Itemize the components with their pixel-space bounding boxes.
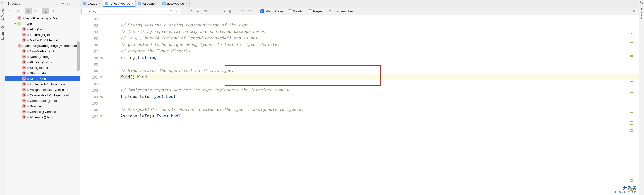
tree-item[interactable]: ▼ I Type — [6, 21, 80, 26]
select-all-occurrences-button[interactable] — [228, 8, 234, 14]
find-input[interactable] — [88, 10, 168, 13]
line-number: 92 — [80, 16, 105, 22]
structure-header: Structure — — [6, 0, 80, 7]
editor-tab[interactable]: G gob/type.go × — [160, 0, 189, 7]
implements-marker-icon[interactable] — [100, 56, 104, 60]
svg-rect-11 — [22, 46, 24, 46]
fold-toggle[interactable]: − — [106, 22, 109, 28]
tree-item[interactable]: M Name() string — [6, 54, 80, 60]
fold-toggle[interactable] — [106, 68, 109, 74]
settings-button[interactable] — [66, 1, 72, 6]
add-selection-button[interactable] — [214, 8, 220, 14]
tree-item[interactable]: M MethodByName(string) (Method, bool) — [6, 43, 80, 48]
lock-icon — [26, 61, 30, 64]
hide-button[interactable]: — — [72, 1, 78, 6]
tree-item[interactable]: M PkgPath() string — [6, 60, 80, 65]
tree-item[interactable]: M Implements(u Type) bool — [6, 82, 80, 87]
prev-match-button[interactable] — [188, 8, 194, 14]
folder-button[interactable] — [32, 8, 39, 14]
tree-item[interactable]: M Size() uintptr — [6, 65, 80, 70]
tree-item[interactable]: M ChanDir() ChanDir — [6, 109, 80, 114]
node-kind-icon: M — [22, 82, 26, 86]
sort-alpha-down-button[interactable]: az — [7, 8, 14, 14]
separator — [236, 9, 237, 14]
clear-search-button[interactable]: × — [173, 8, 180, 14]
tree-item[interactable]: M Method(int) Method — [6, 38, 80, 43]
line-number: 102 — [80, 81, 105, 87]
tree-item[interactable]: M FieldAlign() int — [6, 32, 80, 38]
left-tab-project[interactable]: 1: Project — [1, 7, 5, 22]
close-find-bar-button[interactable]: × — [630, 8, 637, 14]
show-private-button[interactable] — [25, 8, 32, 14]
structure-title: Structure — [8, 2, 54, 6]
code-line: Kind() Kind — [120, 74, 638, 80]
fold-toggle[interactable] — [106, 106, 109, 113]
fold-toggle[interactable] — [106, 74, 109, 80]
separator — [23, 9, 23, 14]
history-button[interactable] — [168, 8, 173, 14]
help-button[interactable]: ? — [327, 8, 333, 14]
tree-item[interactable]: M IsVariadic() bool — [6, 114, 80, 120]
tree-item[interactable]: M ConvertibleTo(u Type) bool — [6, 92, 80, 98]
regex-checkbox[interactable]: Regex — [308, 10, 322, 13]
autoscroll-to-source-button[interactable] — [42, 8, 50, 14]
implements-marker-icon[interactable] — [100, 95, 104, 99]
close-tab-button[interactable]: × — [156, 2, 158, 6]
scrollbar-thumb[interactable] — [77, 41, 80, 71]
remove-selection-button[interactable] — [220, 8, 227, 14]
tree-item[interactable]: M Comparable() bool — [6, 98, 80, 103]
editor-tab[interactable]: G reflect/type.go × — [103, 0, 136, 7]
tree-item[interactable]: M Bits() int — [6, 103, 80, 109]
code-line: // Implements reports whether the type i… — [120, 87, 638, 94]
fold-toggle[interactable] — [106, 48, 109, 54]
tree-item-label: Comparable() bool — [30, 99, 57, 102]
close-tab-button[interactable]: × — [132, 2, 134, 6]
match-count: 70 matches — [337, 10, 354, 13]
overview-ruler[interactable]: ✓ — [629, 32, 632, 195]
implements-marker-icon[interactable] — [100, 114, 104, 118]
close-tab-button[interactable]: × — [185, 2, 187, 6]
implements-marker-icon[interactable] — [100, 76, 104, 80]
fold-toggle[interactable] — [106, 54, 109, 61]
right-tab-database[interactable]: Database — [640, 6, 644, 20]
expand-all-button[interactable] — [54, 1, 60, 6]
svg-rect-17 — [28, 78, 29, 80]
fold-toggle[interactable] — [106, 113, 109, 119]
next-match-button[interactable] — [195, 8, 201, 14]
learn-icon[interactable] — [1, 26, 4, 29]
select-all-button[interactable] — [202, 8, 208, 14]
more-options-button[interactable] — [239, 8, 246, 14]
code-area[interactable]: // String returns a string representatio… — [109, 16, 638, 195]
tree-item[interactable]: M Align() int — [6, 26, 80, 32]
fold-toggle[interactable] — [106, 94, 109, 100]
tree-arrow-icon: ▼ — [14, 22, 17, 25]
autoscroll-from-source-button[interactable] — [50, 8, 57, 14]
line-number: 94 — [80, 29, 105, 35]
fold-toggle[interactable] — [106, 28, 109, 35]
fold-toggle[interactable] — [106, 35, 109, 42]
match-case-checkbox[interactable]: ✓ Match Case — [260, 10, 282, 13]
editor-tab[interactable]: G ex1.go × — [81, 0, 103, 7]
left-tab-learn[interactable]: Learn — [1, 31, 5, 41]
structure-tree[interactable]: F layoutCache: sync.Map ▼ I Type M Align… — [6, 15, 80, 195]
fold-toggle[interactable] — [106, 42, 109, 48]
close-tab-button[interactable]: × — [99, 2, 101, 6]
database-icon[interactable] — [640, 1, 643, 4]
tree-item[interactable]: M NumMethod() int — [6, 48, 80, 54]
project-icon[interactable] — [1, 2, 4, 5]
fold-toggle[interactable] — [106, 100, 109, 106]
fold-toggle[interactable] — [106, 16, 109, 22]
tree-item[interactable]: M String() string — [6, 70, 80, 76]
words-checkbox[interactable]: Words — [288, 10, 302, 13]
sort-alpha-up-button[interactable]: za — [14, 8, 22, 14]
tree-item[interactable]: M AssignableTo(u Type) bool — [6, 87, 80, 92]
tree-item[interactable]: M Kind() Kind — [6, 76, 80, 82]
filter-button[interactable] — [246, 8, 253, 14]
fold-toggle[interactable] — [106, 87, 109, 94]
fold-toggle[interactable] — [106, 80, 109, 87]
fold-toggle[interactable] — [106, 61, 109, 68]
tree-item[interactable]: F layoutCache: sync.Map — [6, 16, 80, 21]
editor-tab[interactable]: G value.go × — [136, 0, 160, 7]
collapse-all-button[interactable] — [60, 1, 66, 6]
find-bar: × ✓ Match Case Words — [80, 7, 638, 16]
